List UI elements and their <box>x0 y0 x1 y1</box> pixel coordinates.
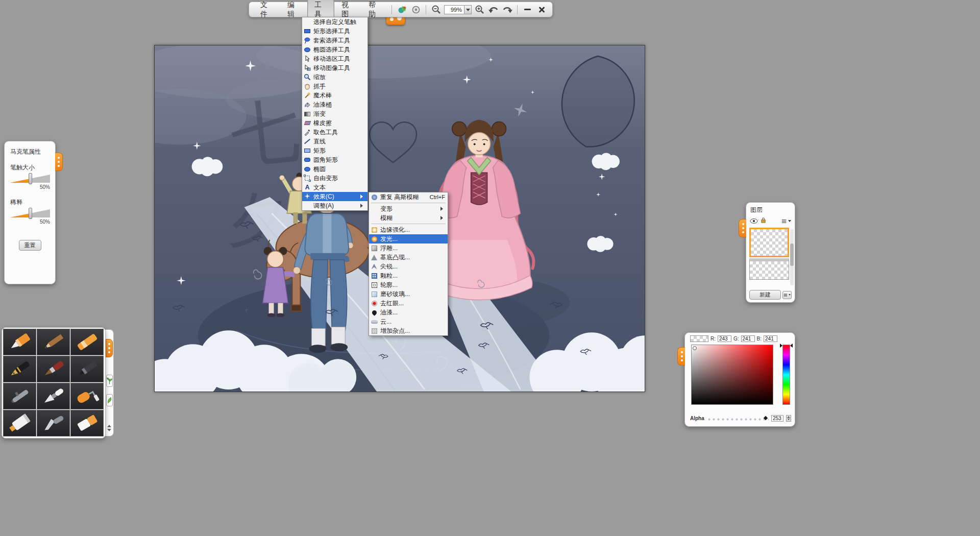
menu-item-rectangle[interactable]: 矩形 <box>302 146 368 155</box>
palette-scroll[interactable] <box>107 423 111 433</box>
tool-blade-knife[interactable] <box>37 410 70 436</box>
r-input[interactable] <box>718 335 731 342</box>
close-button[interactable] <box>534 4 548 16</box>
slider-thumb[interactable] <box>29 173 32 184</box>
menu-item-blur[interactable]: 模糊 <box>369 213 448 223</box>
menu-item-line[interactable]: 直线 <box>302 137 368 146</box>
current-color-swatch[interactable] <box>690 335 708 342</box>
menu-item-clouds[interactable]: 云... <box>369 317 448 326</box>
tool-chalk[interactable] <box>70 329 104 355</box>
effects-icon <box>304 193 311 200</box>
alpha-marker[interactable] <box>764 416 768 420</box>
zoom-in-button[interactable] <box>473 4 486 16</box>
stepper-down-button[interactable] <box>786 419 791 422</box>
menu-item-move-selection[interactable]: 移动选区工具 <box>302 54 368 63</box>
color-samples-button[interactable] <box>395 4 409 16</box>
menu-item-rounded-rectangle[interactable]: 圆角矩形 <box>302 155 368 164</box>
tool-oil-brush[interactable] <box>37 356 70 382</box>
panel-handle[interactable] <box>739 219 746 237</box>
panel-handle[interactable] <box>677 347 685 366</box>
tool-paint-roller[interactable] <box>70 383 104 409</box>
brush-size-slider[interactable] <box>10 175 50 183</box>
paint-drop-icon <box>371 309 378 316</box>
undo-button[interactable] <box>486 4 500 16</box>
menu-item-emboss[interactable]: 浮雕... <box>369 243 448 253</box>
zoom-out-button[interactable] <box>429 4 443 16</box>
g-input[interactable] <box>741 335 755 342</box>
eraser-icon <box>304 119 311 127</box>
menu-item-effects[interactable]: 效果(C) <box>302 192 368 201</box>
panel-handle[interactable] <box>55 153 63 171</box>
menu-item-rect-select[interactable]: 矩形选择工具 <box>302 27 368 36</box>
reset-button[interactable]: 重置 <box>19 240 41 251</box>
b-input[interactable] <box>764 335 777 342</box>
alpha-slider[interactable] <box>707 416 769 421</box>
effects-submenu: 重复 高斯模糊Ctrl+F 变形 模糊 边缘强化... 发光... 浮雕... … <box>369 192 448 336</box>
slider-thumb[interactable] <box>29 208 32 219</box>
stencil-button[interactable] <box>409 4 423 16</box>
redo-button[interactable] <box>500 4 514 16</box>
hue-slider[interactable] <box>782 345 790 405</box>
menu-item-zoom[interactable]: 缩放 <box>302 72 368 82</box>
visibility-toggle[interactable] <box>750 216 758 226</box>
thinner-slider[interactable] <box>10 209 50 217</box>
layer-item-selected[interactable] <box>749 228 789 257</box>
menu-item-custom-brush[interactable]: 选择自定义笔触 <box>302 17 368 27</box>
new-layer-button[interactable]: 新建 <box>749 290 781 300</box>
tool-ink-pen[interactable] <box>3 356 36 382</box>
stepper-up-button[interactable] <box>786 415 791 418</box>
menu-item-free-transform[interactable]: 自由变形 <box>302 174 368 183</box>
menu-item-adjust[interactable]: 调整(A) <box>302 201 368 210</box>
paint-roller-icon <box>72 384 102 408</box>
tool-eraser[interactable] <box>70 410 104 436</box>
menu-item-add-noise[interactable]: 增加杂点... <box>369 326 448 335</box>
minimize-button[interactable] <box>521 4 534 16</box>
menu-item-move-image[interactable]: 移动图像工具 <box>302 63 368 72</box>
menu-item-paint-bucket[interactable]: 油漆桶 <box>302 100 368 109</box>
color-marker[interactable] <box>693 346 697 350</box>
menu-item-ellipse-select[interactable]: 椭圆选择工具 <box>302 45 368 54</box>
tool-paint-tube[interactable] <box>3 410 36 436</box>
tool-felt-marker[interactable] <box>70 356 104 382</box>
menu-item-lasso-select[interactable]: 套索选择工具 <box>302 36 368 45</box>
menu-item-warp[interactable]: 变形 <box>369 204 448 213</box>
menu-file[interactable]: 文件 <box>253 0 280 21</box>
menu-item-contour[interactable]: 轮廓... <box>369 280 448 289</box>
tool-airbrush[interactable] <box>3 383 36 409</box>
layer-item[interactable] <box>749 258 789 280</box>
menu-item-color-picker[interactable]: 取色工具 <box>302 128 368 137</box>
menu-item-repeat-gaussian-blur[interactable]: 重复 高斯模糊Ctrl+F <box>369 192 448 202</box>
menu-item-eraser[interactable]: 橡皮擦 <box>302 118 368 128</box>
menu-item-gradient[interactable]: 渐变 <box>302 109 368 118</box>
zoom-dropdown-button[interactable] <box>464 5 472 14</box>
zoom-level-select[interactable]: 99% <box>444 5 472 14</box>
tool-palette-knife[interactable] <box>37 383 70 409</box>
menu-item-bas-relief[interactable]: 基底凸现... <box>369 253 448 262</box>
layers-scrollbar[interactable] <box>790 229 794 285</box>
tool-pencil[interactable] <box>37 329 70 355</box>
alpha-stepper[interactable] <box>786 415 791 422</box>
layer-menu-button[interactable] <box>781 218 791 224</box>
menu-item-glow[interactable]: 发光... <box>369 234 448 243</box>
menu-item-frosted-glass[interactable]: 磨砂玻璃... <box>369 289 448 299</box>
red-eye-icon <box>371 300 378 307</box>
palette-handle[interactable] <box>106 339 113 357</box>
menu-item-sharpen[interactable]: 尖锐... <box>369 262 448 271</box>
saturation-value-picker[interactable] <box>691 345 773 405</box>
tracing-toggle-button[interactable] <box>106 375 113 387</box>
reference-toggle-button[interactable] <box>106 394 113 406</box>
redo-icon <box>502 5 512 14</box>
menu-item-ellipse[interactable]: 椭圆 <box>302 164 368 174</box>
alpha-input[interactable] <box>771 415 783 422</box>
menu-item-red-eye-removal[interactable]: 去红眼... <box>369 299 448 308</box>
menu-item-pan[interactable]: 抓手 <box>302 82 368 91</box>
lock-toggle[interactable] <box>761 216 766 226</box>
menu-item-magic-wand[interactable]: 魔术棒 <box>302 91 368 100</box>
tool-crayon[interactable] <box>3 329 36 355</box>
menu-item-edge-enhance[interactable]: 边缘强化... <box>369 225 448 234</box>
menu-item-text[interactable]: A文本 <box>302 183 368 192</box>
new-layer-options-button[interactable] <box>782 291 792 299</box>
menu-item-grain[interactable]: 颗粒... <box>369 271 448 280</box>
cloud-icon <box>371 318 378 325</box>
menu-item-paint[interactable]: 油漆... <box>369 308 448 317</box>
